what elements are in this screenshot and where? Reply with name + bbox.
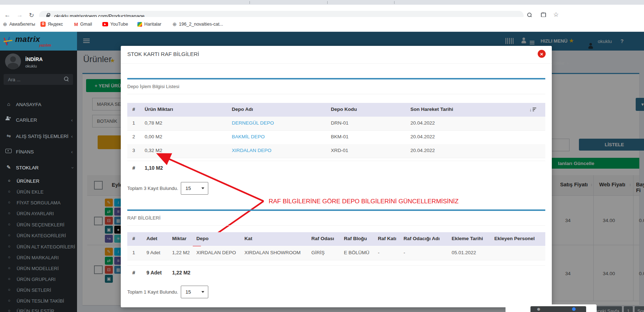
bookmark-item[interactable]: ⊕196_2_novalties-cat... bbox=[172, 21, 223, 27]
sidebar-item-stoklar[interactable]: ✎ STOKLAR ‹ bbox=[0, 164, 77, 172]
circle-icon: ○ bbox=[8, 308, 10, 312]
raf-total-adet: 9 Adet bbox=[146, 270, 162, 276]
brand-name: matrix bbox=[15, 35, 40, 44]
depo-table-row: 2 0,00 M2 BAKMİL DEPO BKM-01 20.04.2022 bbox=[127, 130, 545, 144]
circle-icon: ○ bbox=[8, 222, 10, 226]
circle-icon: ○ bbox=[8, 189, 10, 194]
zoom-icon[interactable] bbox=[527, 13, 532, 17]
sidebar-item-urun-secenekleri[interactable]: ○ÜRÜN SEÇENEKLERİ bbox=[0, 221, 77, 229]
sidebar-item-urun-kategorileri[interactable]: ○ÜRÜN KATEGORİLERİ bbox=[0, 231, 77, 240]
raf-total-hash: # bbox=[132, 270, 135, 276]
sidebar-item-cariler[interactable]: CARİLER ‹ bbox=[0, 116, 77, 125]
circle-icon: ○ bbox=[8, 255, 10, 259]
section-divider bbox=[127, 209, 545, 211]
section-divider bbox=[127, 78, 545, 79]
status-dot bbox=[572, 307, 576, 311]
bookmark-item[interactable]: Haritalar bbox=[137, 21, 161, 27]
user-avatar bbox=[5, 53, 21, 69]
app-logo[interactable]: matrix yazılım bbox=[0, 32, 77, 51]
yandex-icon: Я bbox=[40, 22, 46, 27]
sidebar-item-urun-eslestir[interactable]: ○ÜRÜN ESLESTİR bbox=[0, 307, 77, 312]
circle-icon: ○ bbox=[8, 233, 10, 237]
depo-link[interactable]: BAKMİL DEPO bbox=[232, 134, 265, 139]
annotation-arrows bbox=[121, 46, 552, 307]
tab-separator bbox=[250, 1, 250, 4]
globe-icon: ⊕ bbox=[537, 307, 540, 312]
users-icon bbox=[5, 118, 10, 120]
handshake-icon: ⇋ bbox=[5, 133, 12, 139]
sidebar-item-urun-ayarlari[interactable]: ○ÜRÜN AYARLARI bbox=[0, 209, 77, 218]
money-icon bbox=[5, 149, 12, 153]
circle-icon: ○ bbox=[8, 277, 10, 281]
depo-link[interactable]: DERNEGÜL DEPO bbox=[232, 120, 274, 126]
annotation-text: RAF BİLGİLERİNE GÖRE DEPO BİLGİLERİNİ GÜ… bbox=[269, 198, 459, 205]
sidebar-item-anasayfa[interactable]: ⌂ ANASAYFA bbox=[0, 100, 77, 109]
home-icon: ⌂ bbox=[5, 101, 12, 107]
brand-sub: yazılım bbox=[39, 43, 51, 47]
depo-section-heading: Depo İşlem Bilgisi Listesi bbox=[127, 84, 179, 89]
sidebar-item-urunler[interactable]: ○ÜRÜNLER bbox=[0, 177, 77, 186]
chevron-left-icon: ‹ bbox=[71, 134, 73, 139]
edit-icon: ✎ bbox=[5, 164, 12, 170]
sidebar-item-urun-setleri[interactable]: ○ÜRÜN SETLERİ bbox=[0, 286, 77, 295]
sidebar-item-fiyat-sorgulama[interactable]: ○FİYAT SORGULAMA bbox=[0, 199, 77, 207]
globe-icon: ⊕ bbox=[172, 22, 177, 27]
sidebar-item-urun-ekle[interactable]: ○ÜRÜN EKLE bbox=[0, 188, 77, 196]
raf-table-header: # Adet Miktar Depo Kat Raf Odası Raf Blo… bbox=[127, 232, 545, 246]
raf-record-count: Toplam 1 Kayıt Bulundu. bbox=[127, 289, 178, 295]
user-org: okuklu bbox=[25, 64, 37, 68]
depo-link[interactable]: XIRDALAN DEPO bbox=[232, 148, 272, 153]
bookmark-item[interactable]: MGmail bbox=[74, 21, 92, 27]
circle-icon: ○ bbox=[8, 266, 10, 270]
browser-tab-strip bbox=[0, 0, 644, 5]
raf-total-miktar: 1,22 M2 bbox=[172, 270, 191, 276]
modal-title: STOK KARTI RAF BİLGİLERİ bbox=[127, 51, 199, 57]
raf-page-size-select[interactable]: 15 bbox=[181, 286, 208, 298]
depo-total-hash: # bbox=[132, 165, 135, 171]
sidebar-item-urun-modelleri[interactable]: ○ÜRÜN MODELLERİ bbox=[0, 264, 77, 273]
circle-icon: ○ bbox=[8, 200, 10, 204]
gmail-icon: M bbox=[74, 22, 78, 27]
chevron-left-icon: ‹ bbox=[71, 149, 73, 155]
youtube-icon: ▶ bbox=[102, 22, 108, 26]
sidebar-item-urun-alt-kategorileri[interactable]: ○ÜRÜN ALT KATEGORİLERİ bbox=[0, 243, 77, 251]
bookmark-item[interactable]: ⊕Авиабилеты bbox=[3, 21, 35, 27]
bookmark-item[interactable]: ▶YouTube bbox=[102, 21, 128, 27]
tab-separator bbox=[327, 1, 328, 4]
depo-table-header: # Ürün Miktarı Depo Adı Depo Kodu Son Ha… bbox=[127, 103, 545, 117]
globe-icon: ⊕ bbox=[3, 22, 7, 27]
sidebar-item-alis-satis[interactable]: ⇋ ALIŞ SATIŞ İŞLEMLERİ ‹ bbox=[0, 132, 77, 141]
raf-section-heading: RAF BİLGİLERİ bbox=[127, 215, 161, 221]
sidebar-item-urun-teslim-takibi[interactable]: ○ÜRÜN TESLİM TAKİBİ bbox=[0, 297, 77, 306]
depo-table-row: 3 0,32 M2 XIRDALAN DEPO XRD-01 20.04.202… bbox=[127, 144, 545, 158]
screen: ← → ↻ okuklu.matrixotoerp.com/Product/ma… bbox=[0, 0, 644, 312]
maps-icon bbox=[137, 22, 142, 27]
chevron-down-icon bbox=[201, 291, 204, 293]
browser-toolbar: ← → ↻ okuklu.matrixotoerp.com/Product/ma… bbox=[0, 5, 644, 17]
bookmark-item[interactable]: ЯЯндекс bbox=[40, 21, 63, 27]
matrix-logo-icon bbox=[4, 36, 13, 46]
sidebar-item-finans[interactable]: FİNANS ‹ bbox=[0, 148, 77, 156]
depo-page-size-select[interactable]: 15 bbox=[181, 182, 208, 195]
user-name: İNDİRA bbox=[25, 56, 43, 62]
sidebar: matrix yazılım İNDİRA okuklu Ara ... ⌂ A… bbox=[0, 32, 77, 312]
circle-icon: ○ bbox=[8, 178, 10, 183]
depo-record-count: Toplam 3 Kayıt Bulundu. bbox=[127, 186, 178, 191]
close-icon[interactable]: × bbox=[538, 50, 546, 58]
chevron-down-icon bbox=[201, 187, 204, 189]
sidebar-item-urun-markalari[interactable]: ○ÜRÜN MARKALARI bbox=[0, 254, 77, 262]
search-placeholder: Ara ... bbox=[8, 77, 21, 82]
chevron-left-icon: ‹ bbox=[71, 117, 73, 123]
search-icon bbox=[64, 77, 69, 81]
depo-table-row: 1 0,78 M2 DERNEGÜL DEPO DRN-01 20.04.202… bbox=[127, 117, 545, 131]
chevron-down-icon: ‹ bbox=[69, 167, 74, 168]
circle-icon: ○ bbox=[8, 244, 10, 248]
sidebar-item-urun-gruplari[interactable]: ○ÜRÜN GRUPLARI bbox=[0, 275, 77, 284]
sort-amount-icon[interactable]: ↓ bbox=[529, 107, 536, 113]
stok-karti-raf-modal: STOK KARTI RAF BİLGİLERİ × Depo İşlem Bi… bbox=[121, 46, 552, 307]
circle-icon: ○ bbox=[8, 298, 10, 303]
circle-icon: ○ bbox=[8, 211, 10, 215]
sidebar-search[interactable]: Ara ... bbox=[4, 74, 73, 85]
raf-table-row: 1 9 Adet 1,22 M2 XIRDALAN DEPO XIRDALAN … bbox=[127, 246, 545, 260]
bottom-widget[interactable]: ⊕ bbox=[530, 306, 586, 312]
